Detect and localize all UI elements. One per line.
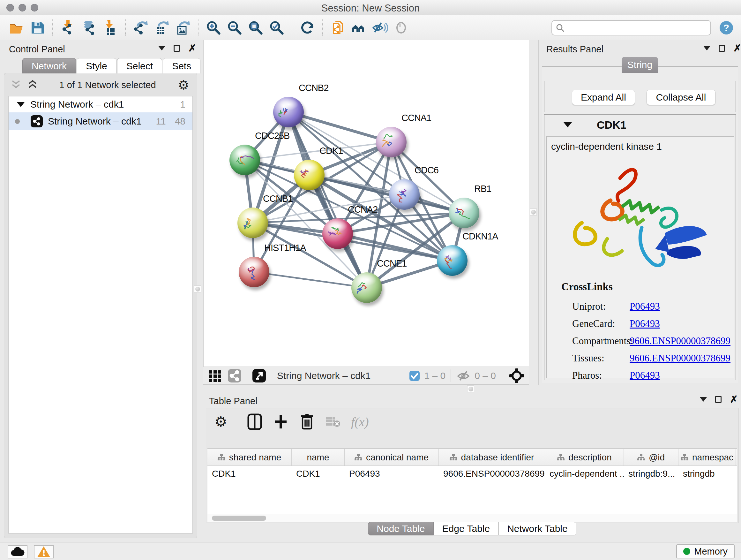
refresh-icon[interactable] <box>298 19 316 37</box>
table-options-gear-icon[interactable]: ⚙ <box>212 413 229 431</box>
column-header-shared-name[interactable]: shared name <box>207 449 292 465</box>
tab-select[interactable]: Select <box>117 58 162 73</box>
table-cell[interactable]: 9606.ENSP00000378699 <box>439 466 545 482</box>
delete-column-icon[interactable] <box>299 413 315 431</box>
add-column-icon[interactable] <box>273 413 289 431</box>
node-hist1h1a[interactable] <box>239 257 269 287</box>
export-network-icon[interactable] <box>132 19 150 37</box>
tree-expand-icon[interactable] <box>17 102 24 107</box>
float-panel-icon[interactable] <box>719 45 725 52</box>
import-table-icon[interactable] <box>101 19 119 37</box>
fit-move-crosshair-icon[interactable] <box>509 368 525 384</box>
node-ccnb1[interactable] <box>238 207 268 238</box>
tab-edge-table[interactable]: Edge Table <box>434 522 499 536</box>
clipboard-share-icon[interactable] <box>329 19 347 37</box>
preview-eye-icon[interactable] <box>392 19 410 37</box>
collapse-all-button[interactable]: Collapse All <box>647 90 716 105</box>
collapse-all-icon[interactable] <box>11 79 21 91</box>
network-collection-row[interactable]: String Network – cdk1 1 <box>9 97 192 112</box>
network-list: String Network – cdk1 1 String Network –… <box>8 96 193 534</box>
column-header-description[interactable]: description <box>545 449 624 465</box>
collapse-panel-icon[interactable] <box>703 46 711 51</box>
node-label-cdkn1a: CDKN1A <box>462 231 498 242</box>
node-rb1[interactable] <box>449 198 479 228</box>
table-splitter-handle[interactable] <box>467 385 474 392</box>
tab-network[interactable]: Network <box>22 58 76 73</box>
float-panel-icon[interactable] <box>715 396 722 403</box>
birdseye-grid-icon[interactable] <box>208 369 222 382</box>
tab-style[interactable]: Style <box>77 58 117 73</box>
node-ccnb2[interactable] <box>273 97 304 127</box>
expand-all-icon[interactable] <box>28 79 37 91</box>
tab-node-table[interactable]: Node Table <box>368 522 433 536</box>
column-header-canonical-name[interactable]: canonical name <box>345 449 439 465</box>
close-panel-icon[interactable]: ✗ <box>188 45 196 52</box>
import-network-icon[interactable] <box>59 19 77 37</box>
right-splitter-handle[interactable] <box>530 208 537 215</box>
network-row-selected[interactable]: String Network – cdk1 11 48 <box>9 112 192 130</box>
column-header--id[interactable]: @id <box>624 449 678 465</box>
close-panel-icon[interactable]: ✗ <box>730 396 738 403</box>
import-database-icon[interactable] <box>80 19 98 37</box>
open-session-icon[interactable] <box>7 19 25 37</box>
zoom-fit-icon[interactable] <box>247 19 265 37</box>
tab-network-table[interactable]: Network Table <box>498 522 576 536</box>
table-row[interactable]: CDK1CDK1P064939606.ENSP00000378699cyclin… <box>207 466 737 482</box>
table-cell[interactable]: CDK1 <box>292 466 345 482</box>
table-panel-title: Table Panel <box>209 396 258 407</box>
node-cdkn1a[interactable] <box>437 245 468 276</box>
table-cell[interactable]: P06493 <box>345 466 439 482</box>
network-canvas[interactable]: CCNB2CCNA1CDC25BCDK1CDC6RB1CCNB1CCNA2CDK… <box>203 40 529 367</box>
results-panel: Results Panel ✗ String Expand All Collap… <box>539 40 741 385</box>
node-ccna2[interactable] <box>322 219 353 249</box>
left-splitter-handle[interactable] <box>194 286 201 293</box>
crosslink-value-link[interactable]: 9606.ENSP00000378699 <box>630 353 731 364</box>
column-header-namespac[interactable]: namespac <box>678 449 736 465</box>
export-image-icon[interactable] <box>174 19 192 37</box>
close-panel-icon[interactable]: ✗ <box>733 45 741 52</box>
options-gear-icon[interactable]: ⚙ <box>178 78 189 91</box>
show-columns-icon[interactable] <box>246 413 263 431</box>
search-input[interactable] <box>551 20 711 36</box>
table-cell[interactable]: stringdb:9... <box>624 466 678 482</box>
save-session-icon[interactable] <box>28 19 46 37</box>
show-hide-icon[interactable] <box>371 19 389 37</box>
node-ccne1[interactable] <box>351 272 382 303</box>
node-ccna1[interactable] <box>376 127 407 158</box>
table-cell[interactable]: CDK1 <box>207 466 292 482</box>
node-cdc6[interactable] <box>389 179 420 210</box>
table-cell[interactable]: cyclin-dependent ... <box>545 466 624 482</box>
export-table-icon[interactable] <box>153 19 171 37</box>
node-cdk1[interactable] <box>294 160 325 190</box>
crosslink-value-link[interactable]: P06493 <box>630 370 660 381</box>
open-in-new-window-icon[interactable] <box>252 369 266 383</box>
expand-all-button[interactable]: Expand All <box>572 90 635 105</box>
node-table[interactable]: shared namenamecanonical namedatabase id… <box>207 449 737 514</box>
table-horizontal-scrollbar[interactable] <box>207 514 737 522</box>
column-header-database-identifier[interactable]: database identifier <box>439 449 545 465</box>
node-cdc25b[interactable] <box>229 145 260 175</box>
warnings-button[interactable] <box>34 545 54 558</box>
tab-sets[interactable]: Sets <box>163 58 200 73</box>
zoom-out-icon[interactable] <box>226 19 244 37</box>
table-cell[interactable]: stringdb <box>678 466 736 482</box>
entry-expand-icon[interactable] <box>563 122 572 127</box>
memory-button[interactable]: Memory <box>676 544 735 558</box>
cloud-status-button[interactable] <box>8 545 27 558</box>
collapse-panel-icon[interactable] <box>158 46 165 51</box>
collapse-panel-icon[interactable] <box>700 397 707 401</box>
float-panel-icon[interactable] <box>174 45 180 52</box>
home-network-icon[interactable] <box>350 19 368 37</box>
crosslink-value-link[interactable]: P06493 <box>630 318 660 329</box>
zoom-in-icon[interactable] <box>205 19 222 37</box>
tab-string[interactable]: String <box>622 57 658 73</box>
help-button[interactable]: ? <box>718 19 735 37</box>
crosslink-value-link[interactable]: 9606.ENSP00000378699 <box>630 335 731 347</box>
column-header-name[interactable]: name <box>292 449 345 465</box>
network-share-icon[interactable] <box>227 369 242 383</box>
node-table-container: ⚙ f(x) shared namenamecanonical namedata… <box>206 408 738 523</box>
entry-header[interactable]: CDK1 <box>544 115 736 135</box>
zoom-selected-icon[interactable] <box>268 19 286 37</box>
crosslink-value-link[interactable]: P06493 <box>630 301 660 312</box>
selected-nodes-checkbox-icon[interactable] <box>409 370 420 381</box>
